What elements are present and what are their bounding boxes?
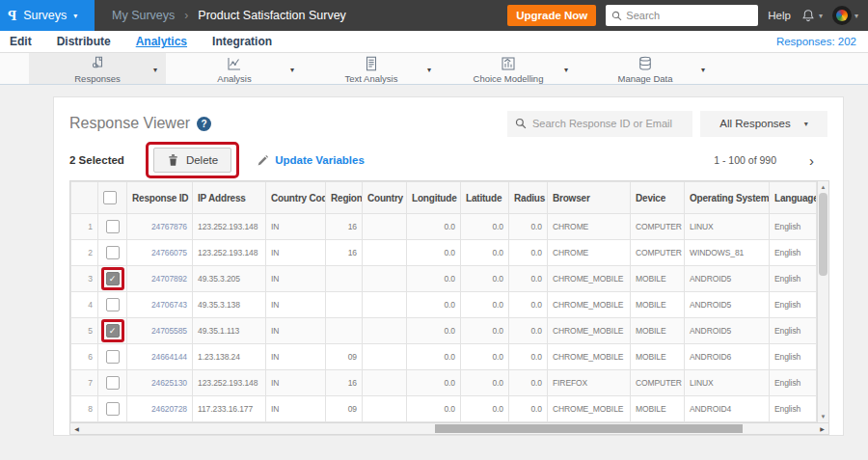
update-variables-button[interactable]: Update Variables <box>257 154 365 167</box>
os-cell: ANDROID5 <box>685 292 770 318</box>
column-header-longitude[interactable]: Longitude <box>407 182 461 214</box>
content-area: Response Viewer ? All Responses ▾ 2 Sele… <box>0 85 868 460</box>
response-id-link[interactable]: 24620728 <box>151 404 187 414</box>
os-cell: ANDROID4 <box>685 396 770 422</box>
response-id-link[interactable]: 24766075 <box>151 248 187 257</box>
column-header-language[interactable]: Language <box>770 182 817 214</box>
horizontal-scrollbar[interactable]: ◀ ▶ <box>69 422 829 435</box>
responses-table: Response ID▲IP AddressCountry CodeRegion… <box>70 181 817 422</box>
chevron-down-icon[interactable]: ▾ <box>564 66 568 74</box>
toolbar-item-text-analysis[interactable]: Text Analysis▾ <box>303 53 440 84</box>
response-id-link[interactable]: 24705585 <box>151 326 187 336</box>
nav-tab-distribute[interactable]: Distribute <box>57 35 111 48</box>
chevron-down-icon[interactable]: ▾ <box>153 66 157 74</box>
response-id-link[interactable]: 24625130 <box>151 378 187 388</box>
scroll-up-icon[interactable]: ▲ <box>821 181 827 193</box>
response-id-link[interactable]: 24706743 <box>151 300 187 310</box>
device-cell: MOBILE <box>631 396 685 422</box>
country-cell <box>363 370 407 396</box>
row-checkbox[interactable] <box>106 350 120 364</box>
vertical-scrollbar-thumb[interactable] <box>819 193 827 276</box>
country-cell <box>363 214 407 240</box>
pagination-range: 1 - 100 of 990 <box>714 154 776 166</box>
ip-cell: 123.252.193.148 <box>193 370 266 396</box>
upgrade-now-button[interactable]: Upgrade Now <box>507 5 596 26</box>
response-id-cell: 24706743 <box>127 292 193 318</box>
global-search-input[interactable] <box>626 10 742 21</box>
nav-tab-integration[interactable]: Integration <box>212 35 272 48</box>
user-account-menu[interactable]: ▾ <box>832 6 858 25</box>
delete-button[interactable]: Delete <box>153 148 231 173</box>
nav-tab-analytics[interactable]: Analytics <box>136 35 187 48</box>
chevron-down-icon[interactable]: ▾ <box>701 66 705 74</box>
responses-icon <box>89 55 106 72</box>
row-number-cell: 5 <box>71 318 98 344</box>
chevron-down-icon: ▾ <box>819 12 823 20</box>
toolbar-item-analysis[interactable]: Analysis▾ <box>166 53 303 84</box>
longitude-cell: 0.0 <box>407 318 461 344</box>
column-header-latitude[interactable]: Latitude <box>461 182 509 214</box>
latitude-cell: 0.0 <box>461 266 509 292</box>
column-header-country[interactable]: Country <box>363 182 407 214</box>
selected-count: 2 Selected <box>69 154 124 166</box>
browser-cell: CHROME_MOBILE <box>548 266 631 292</box>
help-link[interactable]: Help <box>768 10 791 21</box>
column-header-radius[interactable]: Radius <box>509 182 548 214</box>
notifications-button[interactable]: ▾ <box>800 8 823 23</box>
column-header-country-code[interactable]: Country Code <box>266 182 326 214</box>
response-id-link[interactable]: 24707892 <box>151 274 187 284</box>
table-row: 824620728117.233.16.177IN090.00.00.0CHRO… <box>71 396 817 422</box>
breadcrumb: My Surveys › Product Satisfaction Survey <box>112 9 346 22</box>
latitude-cell: 0.0 <box>461 214 509 240</box>
column-header-os[interactable]: Operating System <box>685 182 770 214</box>
column-header-region[interactable]: Region <box>326 182 363 214</box>
scroll-right-icon[interactable]: ▶ <box>816 425 828 432</box>
response-id-link[interactable]: 24664144 <box>151 352 187 362</box>
nav-tab-edit[interactable]: Edit <box>10 35 32 48</box>
scroll-left-icon[interactable]: ◀ <box>70 425 83 432</box>
column-header-device[interactable]: Device <box>631 182 685 214</box>
scroll-down-icon[interactable]: ▼ <box>821 411 827 422</box>
row-checkbox[interactable]: ✓ <box>106 272 120 285</box>
longitude-cell: 0.0 <box>407 214 461 240</box>
toolbar-item-label: Manage Data <box>617 73 672 84</box>
toolbar-item-choice-modelling[interactable]: Choice Modelling▾ <box>440 53 577 84</box>
responses-count[interactable]: Responses: 202 <box>776 36 856 47</box>
device-cell: COMPUTER <box>631 240 685 266</box>
column-header-response-id[interactable]: Response ID▲ <box>127 182 193 214</box>
breadcrumb-my-surveys[interactable]: My Surveys <box>112 9 175 22</box>
chevron-down-icon[interactable]: ▾ <box>427 66 431 74</box>
response-search-input[interactable] <box>532 118 677 129</box>
ip-cell: 117.233.16.177 <box>193 396 266 422</box>
country-code-cell: IN <box>266 266 326 292</box>
device-cell: MOBILE <box>631 266 685 292</box>
toolbar-item-responses[interactable]: Responses▾ <box>29 53 166 84</box>
toolbar-item-manage-data[interactable]: Manage Data▾ <box>577 53 714 84</box>
column-header-row-number[interactable] <box>71 182 98 214</box>
longitude-cell: 0.0 <box>407 344 461 370</box>
pencil-icon <box>257 154 269 167</box>
response-search[interactable] <box>507 111 692 137</box>
column-header-browser[interactable]: Browser <box>548 182 631 214</box>
select-all-checkbox[interactable] <box>103 191 117 204</box>
row-checkbox[interactable]: ✓ <box>106 324 120 338</box>
responses-filter-dropdown[interactable]: All Responses ▾ <box>700 111 827 137</box>
row-number-cell: 6 <box>71 344 98 370</box>
global-search[interactable] <box>606 5 758 26</box>
row-checkbox[interactable] <box>106 376 120 390</box>
help-badge-icon[interactable]: ? <box>197 117 211 131</box>
breadcrumb-current: Product Satisfaction Survey <box>198 9 346 22</box>
chevron-down-icon[interactable]: ▾ <box>290 66 294 74</box>
row-checkbox[interactable] <box>106 402 120 416</box>
column-header-ip[interactable]: IP Address <box>193 182 266 214</box>
survey-nav: EditDistributeAnalyticsIntegration Respo… <box>0 31 868 53</box>
vertical-scrollbar[interactable]: ▲ ▼ <box>817 181 828 422</box>
next-page-button[interactable]: › <box>809 153 814 168</box>
row-checkbox[interactable] <box>106 220 120 233</box>
update-variables-label: Update Variables <box>275 154 365 166</box>
horizontal-scrollbar-thumb[interactable] <box>435 424 743 433</box>
surveys-product-menu[interactable]: P Surveys ▾ <box>0 0 95 31</box>
row-checkbox[interactable] <box>106 246 120 259</box>
response-id-link[interactable]: 24767876 <box>151 222 187 231</box>
row-checkbox[interactable] <box>106 298 120 311</box>
